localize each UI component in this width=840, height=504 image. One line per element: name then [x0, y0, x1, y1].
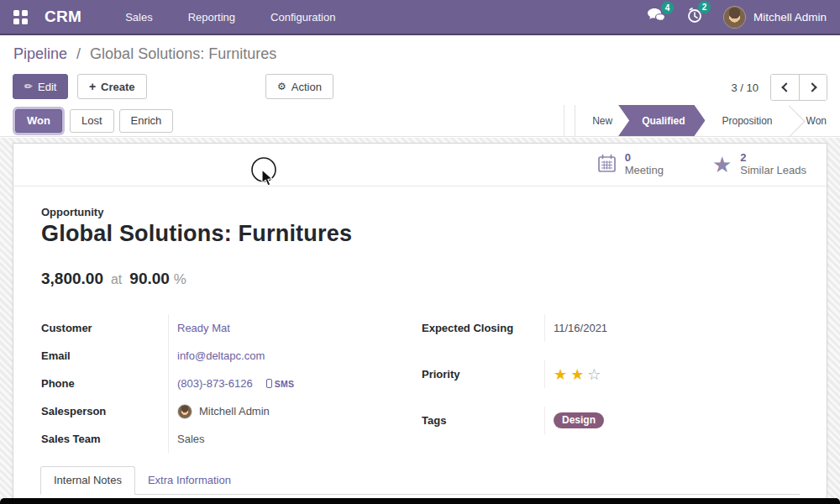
- notebook-tabs: Internal Notes Extra Information: [40, 466, 800, 495]
- stat-button-bar: 0 Meeting ★ 2 Similar Leads: [13, 144, 827, 186]
- meeting-label: Meeting: [625, 165, 664, 177]
- customer-label: Customer: [41, 314, 169, 342]
- tag-design: Design: [554, 412, 604, 428]
- salesperson-value[interactable]: Mitchell Admin: [199, 405, 270, 417]
- meeting-count: 0: [625, 152, 664, 165]
- nav-menu-reporting[interactable]: Reporting: [188, 11, 235, 24]
- stage-proposition[interactable]: Proposition: [705, 105, 789, 136]
- tab-extra-information[interactable]: Extra Information: [135, 467, 244, 494]
- sales-team-label: Sales Team: [41, 425, 169, 453]
- statusbar-divider: [564, 105, 564, 136]
- edit-button-label: Edit: [38, 81, 56, 93]
- calendar-icon: [597, 154, 617, 176]
- sales-team-value[interactable]: Sales: [177, 433, 205, 445]
- app-name[interactable]: CRM: [45, 8, 81, 26]
- at-label: at: [111, 272, 122, 287]
- mobile-phone-icon: [266, 379, 272, 388]
- salesperson-label: Salesperson: [41, 397, 169, 425]
- user-avatar: [723, 6, 746, 29]
- sms-label: SMS: [275, 379, 295, 389]
- nav-menu-sales[interactable]: Sales: [125, 11, 153, 24]
- stage-won[interactable]: Won: [790, 105, 840, 136]
- similar-leads-label: Similar Leads: [740, 165, 806, 177]
- pencil-icon: ✏: [24, 81, 33, 92]
- priority-widget: ★ ★ ☆: [554, 367, 601, 382]
- activities-badge: 2: [698, 1, 711, 13]
- user-menu[interactable]: Mitchell Admin: [723, 6, 827, 29]
- stage-new[interactable]: New: [575, 105, 629, 136]
- nav-right-section: 4 2 Mitchell Admin: [647, 6, 827, 29]
- tab-internal-notes[interactable]: Internal Notes: [40, 466, 135, 495]
- pager-previous-button[interactable]: [771, 75, 799, 100]
- opportunity-title: Global Solutions: Furnitures: [41, 221, 799, 247]
- priority-label: Priority: [422, 360, 545, 388]
- expected-closing-label: Expected Closing: [422, 314, 545, 342]
- user-name: Mitchell Admin: [753, 11, 827, 24]
- messages-badge: 4: [661, 2, 674, 14]
- status-row: Won Lost Enrich New Qualified Propositio…: [0, 105, 840, 137]
- messages-menu[interactable]: 4: [647, 8, 666, 27]
- nav-menu-configuration[interactable]: Configuration: [270, 11, 335, 24]
- apps-menu-icon[interactable]: [13, 10, 28, 24]
- priority-star-2-icon[interactable]: ★: [570, 367, 584, 382]
- star-icon: ★: [712, 154, 732, 176]
- top-nav-bar: CRM Sales Reporting Configuration 4: [0, 0, 840, 35]
- similar-leads-stat-button[interactable]: ★ 2 Similar Leads: [712, 152, 806, 177]
- action-menu-button[interactable]: ⚙ Action: [265, 74, 333, 99]
- action-button-label: Action: [291, 81, 322, 93]
- edit-button[interactable]: ✏ Edit: [13, 74, 68, 99]
- nav-menus: Sales Reporting Configuration: [125, 11, 335, 24]
- priority-star-3-icon[interactable]: ☆: [587, 367, 601, 382]
- salesperson-avatar: [177, 404, 192, 419]
- probability-value: 90.00: [129, 270, 170, 288]
- window-bottom-edge: [0, 498, 840, 504]
- expected-closing-value: 11/16/2021: [554, 322, 607, 334]
- similar-leads-count: 2: [740, 152, 806, 165]
- priority-star-1-icon[interactable]: ★: [554, 367, 567, 382]
- email-label: Email: [41, 342, 169, 370]
- expected-revenue-value: 3,800.00: [41, 270, 103, 288]
- plus-icon: +: [89, 81, 96, 92]
- revenue-row: 3,800.00 at 90.00 %: [41, 270, 799, 288]
- create-button-label: Create: [101, 81, 134, 93]
- enrich-button[interactable]: Enrich: [119, 109, 174, 133]
- pager: 3 / 10: [731, 74, 827, 101]
- pager-next-button[interactable]: [799, 75, 827, 100]
- field-groups: Customer Ready Mat Email info@deltapc.co…: [41, 314, 799, 453]
- phone-label: Phone: [41, 370, 169, 397]
- breadcrumb-current: Global Solutions: Furnitures: [90, 45, 276, 62]
- activities-menu[interactable]: 2: [686, 7, 703, 27]
- chevron-left-icon: [781, 82, 790, 92]
- right-field-group: Expected Closing 11/16/2021 Priority ★ ★…: [422, 314, 799, 453]
- stage-statusbar: New Qualified Proposition Won: [575, 105, 840, 136]
- customer-link[interactable]: Ready Mat: [177, 322, 230, 334]
- opportunity-form-card: 0 Meeting ★ 2 Similar Leads Opportunity …: [13, 143, 827, 498]
- pager-buttons: [770, 74, 827, 101]
- percent-sign: %: [174, 271, 186, 288]
- control-panel-buttons: ✏ Edit + Create ⚙ Action 3 / 10: [13, 74, 827, 99]
- mark-won-button[interactable]: Won: [15, 109, 62, 133]
- breadcrumb-separator: /: [76, 45, 81, 62]
- breadcrumb-pipeline-link[interactable]: Pipeline: [13, 45, 67, 62]
- pager-value[interactable]: 3 / 10: [731, 81, 759, 94]
- phone-link[interactable]: (803)-873-6126: [177, 377, 253, 390]
- record-type-label: Opportunity: [41, 206, 799, 218]
- stage-qualified[interactable]: Qualified: [618, 105, 705, 136]
- meeting-stat-button[interactable]: 0 Meeting: [597, 152, 664, 177]
- chevron-right-icon: [807, 82, 816, 92]
- send-sms-button[interactable]: SMS: [266, 379, 295, 389]
- left-field-group: Customer Ready Mat Email info@deltapc.co…: [41, 314, 411, 453]
- form-sheet: Opportunity Global Solutions: Furnitures…: [13, 186, 827, 453]
- breadcrumb: Pipeline / Global Solutions: Furnitures: [13, 45, 276, 63]
- gear-icon: ⚙: [277, 81, 286, 92]
- tags-label: Tags: [422, 407, 545, 434]
- email-link[interactable]: info@deltapc.com: [177, 349, 265, 362]
- mark-lost-button[interactable]: Lost: [70, 109, 114, 133]
- create-button[interactable]: + Create: [77, 74, 147, 99]
